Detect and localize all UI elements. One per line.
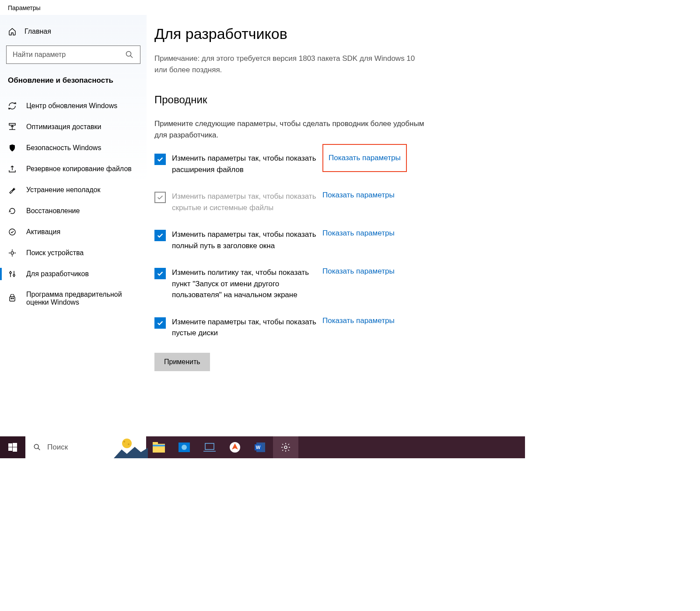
backup-icon [8,165,17,173]
sidebar: Главная Найти параметр Обновление и безо… [0,15,147,436]
svg-point-21 [182,445,187,450]
checkbox[interactable] [154,154,166,165]
main-content: Для разработчиков Примечание: для этого … [147,15,525,436]
svg-point-4 [10,272,11,274]
taskbar-settings-icon[interactable] [273,436,298,458]
option-label: Измените параметры так, чтобы показать п… [172,316,316,339]
search-icon [125,50,134,59]
svg-rect-11 [8,447,12,451]
taskbar-decoration [114,437,148,458]
sidebar-item-label: Оптимизация доставки [26,123,101,131]
page-note: Примечание: для этого требуется версия 1… [154,53,426,75]
sidebar-item-developers[interactable]: Для разработчиков [0,263,147,284]
svg-point-7 [11,298,12,299]
svg-rect-12 [13,447,17,452]
sidebar-item-delivery[interactable]: Оптимизация доставки [0,116,147,137]
svg-point-13 [34,444,38,449]
security-icon [8,144,17,152]
developers-icon [8,270,17,278]
insider-icon [8,294,17,303]
sidebar-item-label: Центр обновления Windows [26,102,117,110]
findmydevice-icon [8,249,17,257]
svg-point-0 [126,52,131,56]
option-row: Изменить параметры так, чтобы показать с… [154,191,511,213]
svg-text:W: W [256,445,261,450]
option-label: Изменить параметры так, чтобы показать р… [172,153,316,175]
svg-rect-18 [153,442,158,445]
checkbox[interactable] [154,268,166,279]
svg-rect-9 [8,443,12,447]
taskbar-app-icon[interactable] [172,436,197,458]
show-settings-link[interactable]: Показать параметры [322,229,395,238]
option-row: Изменить параметры так, чтобы показать п… [154,229,511,251]
search-icon [33,443,41,451]
window-title: Параметры [0,0,525,15]
search-placeholder: Найти параметр [13,51,66,59]
sidebar-item-security[interactable]: Безопасность Windows [0,137,147,158]
sidebar-item-label: Резервное копирование файлов [26,165,132,173]
svg-point-27 [284,446,287,449]
sidebar-item-update[interactable]: Центр обновления Windows [0,95,147,116]
sidebar-item-label: Активация [26,228,60,236]
show-settings-link[interactable]: Показать параметры [322,191,395,200]
sidebar-item-label: Поиск устройства [26,249,84,257]
show-settings-link[interactable]: Показать параметры [322,267,395,276]
recovery-icon [8,207,17,215]
troubleshoot-icon [8,186,17,194]
taskbar-search-placeholder: Поиск [47,443,68,452]
option-label: Изменить политику так, чтобы показать пу… [172,267,316,301]
update-icon [8,102,17,110]
sidebar-item-insider[interactable]: Программа предварительной оценки Windows [0,284,147,313]
delivery-icon [8,123,17,131]
svg-point-2 [9,229,15,235]
sidebar-item-label: Программа предварительной оценки Windows [26,291,139,306]
home-icon [8,27,17,36]
taskbar-search[interactable]: Поиск [25,436,146,458]
home-button[interactable]: Главная [0,15,147,46]
option-label: Изменить параметры так, чтобы показать п… [172,229,316,251]
taskbar-word-icon[interactable]: W [248,436,273,458]
sidebar-item-label: Восстановление [26,207,80,215]
start-button[interactable] [0,436,25,458]
show-settings-link[interactable]: Показать параметры [322,316,395,325]
taskbar-explorer-icon[interactable] [146,436,172,458]
taskbar-browser-icon[interactable] [222,436,248,458]
svg-rect-19 [153,445,165,446]
sidebar-item-backup[interactable]: Резервное копирование файлов [0,158,147,179]
svg-rect-10 [13,443,17,447]
svg-point-8 [13,298,14,299]
checkbox[interactable] [154,192,166,203]
svg-point-5 [13,274,15,276]
svg-point-14 [122,439,132,448]
section-title: Обновление и безопасность [0,76,147,95]
svg-rect-6 [10,297,15,301]
sidebar-item-activation[interactable]: Активация [0,221,147,242]
apply-button[interactable]: Применить [154,353,210,371]
home-label: Главная [24,28,51,35]
checkbox[interactable] [154,230,166,241]
option-row: Измените параметры так, чтобы показать п… [154,316,511,339]
sidebar-item-findmydevice[interactable]: Поиск устройства [0,242,147,263]
option-label: Изменить параметры так, чтобы показать с… [172,191,316,213]
svg-rect-1 [9,123,15,125]
section-description: Примените следующие параметры, чтобы сде… [154,118,426,140]
search-input[interactable]: Найти параметр [6,46,140,64]
page-title: Для разработчиков [154,25,511,42]
svg-point-15 [123,441,125,442]
option-row: Изменить параметры так, чтобы показать р… [154,153,511,175]
taskbar: Поиск W [0,436,525,458]
svg-point-16 [128,443,130,445]
show-settings-link[interactable]: Показать параметры [322,144,407,172]
taskbar-laptop-icon[interactable] [197,436,222,458]
sidebar-item-label: Безопасность Windows [26,144,101,152]
checkbox[interactable] [154,317,166,329]
sidebar-item-troubleshoot[interactable]: Устранение неполадок [0,179,147,200]
sidebar-item-recovery[interactable]: Восстановление [0,200,147,221]
svg-point-3 [11,252,14,254]
sidebar-item-label: Для разработчиков [26,270,89,278]
sidebar-item-label: Устранение неполадок [26,186,100,194]
activation-icon [8,228,17,236]
option-row: Изменить политику так, чтобы показать пу… [154,267,511,301]
section-heading: Проводник [154,94,511,106]
svg-rect-22 [205,443,214,449]
